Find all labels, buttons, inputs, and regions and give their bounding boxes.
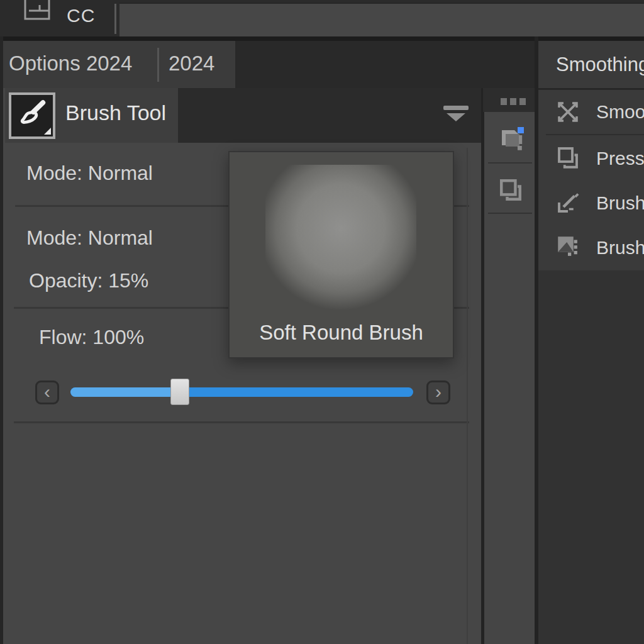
strip-divider [488,213,532,214]
brush-name-label: Soft Round Brush [230,321,453,345]
tool-flyout-corner-icon [44,128,51,135]
chevron-right-icon: › [435,381,441,402]
tab-options-2024[interactable]: Options 2024 [9,52,132,75]
chevron-left-icon: ‹ [44,381,50,402]
smoothing-panel-items: Smoo Press Brush Brush [538,90,644,270]
panel-menu-dots-icon[interactable] [501,96,529,108]
flow-slider-track[interactable] [70,387,413,397]
soft-round-brush-preview[interactable] [265,165,416,316]
tab-divider [157,48,159,82]
layers-badge-icon[interactable] [494,121,527,154]
brush-tool-button[interactable] [9,92,55,139]
slider-increase-button[interactable]: › [426,380,450,404]
right-panel-body [538,270,644,644]
menu-item-smoothing[interactable]: Smoo [596,101,644,123]
flow-slider-handle[interactable] [170,379,189,405]
tab-2024[interactable]: 2024 [169,52,214,75]
strip-divider [488,162,532,164]
tool-header-dark-band [178,88,483,143]
title-bar-inset-panel [119,3,644,36]
app-window: CC Options 2024 2024 Brush Tool Mode: No… [0,0,644,644]
menu-item-brush-settings[interactable]: Brush [596,192,644,214]
brush-settings-icon [555,189,581,216]
divider [14,421,469,423]
flow-row[interactable]: Flow: 100% [39,326,144,349]
mode-row-2[interactable]: Mode: Normal [26,226,153,250]
window-left-border [0,36,3,644]
smoothing-icon [555,99,581,125]
tool-name-label: Brush Tool [65,101,166,125]
flow-slider-fill [70,387,180,397]
duplicate-squares-icon[interactable] [496,175,526,205]
panel-collapse-icon[interactable] [443,106,469,121]
titlebar-divider [114,4,116,34]
panel-scroll-groove [467,148,468,644]
mode-row-1[interactable]: Mode: Normal [26,162,153,185]
menu-item-pressure[interactable]: Press [596,148,644,169]
brush-dynamics-icon [555,233,581,260]
opacity-row[interactable]: Opacity: 15% [29,269,148,292]
brush-preview-popup: Soft Round Brush [228,151,454,358]
separator-band [0,36,644,41]
artboard-icon[interactable] [23,0,53,28]
pressure-icon [555,144,581,170]
cc-badge: CC [67,5,95,26]
menu-item-brush-dynamics[interactable]: Brush [596,237,644,258]
divider [546,134,644,135]
slider-decrease-button[interactable]: ‹ [35,380,59,404]
smoothing-panel-title: Smoothing [556,53,644,76]
